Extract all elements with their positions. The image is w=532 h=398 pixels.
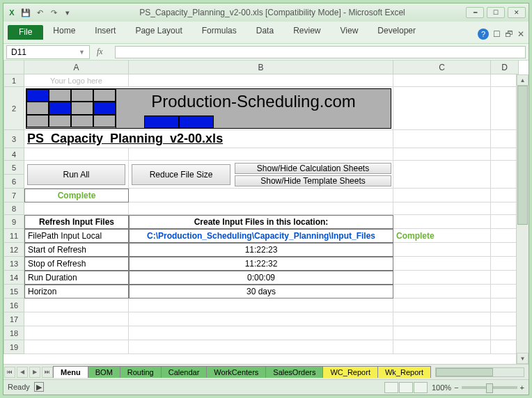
sheet-tab-menu[interactable]: Menu — [53, 366, 88, 378]
row-header[interactable]: 14 — [3, 271, 24, 285]
run-all-button[interactable]: Run All — [27, 164, 125, 185]
reduce-file-size-button[interactable]: Reduce File Size — [132, 164, 230, 185]
fx-icon[interactable]: fx — [97, 47, 108, 57]
page-layout-view-button[interactable] — [399, 382, 413, 393]
row-header[interactable]: 18 — [3, 326, 24, 340]
complete-status-2: Complete — [396, 231, 435, 241]
scroll-down-icon[interactable]: ▼ — [517, 353, 529, 364]
tab-page-layout[interactable]: Page Layout — [130, 23, 187, 40]
tab-nav-first-icon[interactable]: ⏮ — [4, 367, 15, 378]
horizon-value[interactable]: 30 days — [129, 285, 393, 298]
horizontal-scrollbar[interactable] — [435, 367, 524, 377]
redo-icon[interactable]: ↷ — [48, 7, 59, 18]
tab-nav-prev-icon[interactable]: ◀ — [17, 367, 28, 378]
formula-bar: D11 ▼ fx — [3, 44, 529, 61]
tab-nav-last-icon[interactable]: ⏭ — [42, 367, 53, 378]
row-header[interactable]: 12 — [3, 243, 24, 257]
col-header-b[interactable]: B — [129, 61, 393, 74]
stop-refresh-value[interactable]: 11:22:32 — [129, 257, 393, 271]
row-header[interactable]: 15 — [3, 285, 24, 298]
title-bar: X 💾 ↶ ↷ ▾ PS_Capacity_Planning_v2-00.xls… — [3, 3, 529, 22]
tab-developer[interactable]: Developer — [372, 23, 421, 40]
start-refresh-value[interactable]: 11:22:23 — [129, 243, 393, 257]
workbook-close-icon[interactable]: ✕ — [517, 29, 524, 39]
col-header-c[interactable]: C — [393, 61, 491, 74]
vertical-scrollbar[interactable]: ▲ ▼ — [516, 74, 529, 364]
sheet-tab-bom[interactable]: BOM — [88, 366, 120, 378]
zoom-in-icon[interactable]: + — [520, 383, 524, 392]
workbook-restore-icon[interactable]: 🗗 — [505, 29, 513, 39]
col-header-d[interactable]: D — [491, 61, 519, 74]
zoom-control: 100% − + — [432, 383, 524, 392]
run-duration-value[interactable]: 0:00:09 — [129, 271, 393, 285]
tab-review[interactable]: Review — [288, 23, 326, 40]
row-header[interactable]: 6 — [3, 175, 24, 189]
tab-data[interactable]: Data — [251, 23, 279, 40]
help-icon[interactable]: ? — [478, 29, 489, 40]
tab-insert[interactable]: Insert — [89, 23, 121, 40]
file-tab[interactable]: File — [8, 25, 43, 40]
row-header[interactable]: 4 — [3, 148, 24, 161]
zoom-out-icon[interactable]: − — [454, 383, 458, 392]
macro-record-icon[interactable]: ▶ — [34, 382, 44, 392]
row-header[interactable]: 19 — [3, 340, 24, 354]
horizon-label[interactable]: Horizon — [24, 285, 129, 298]
undo-icon[interactable]: ↶ — [34, 7, 45, 18]
zoom-slider[interactable] — [462, 386, 517, 389]
status-bar: Ready ▶ 100% − + — [3, 379, 529, 395]
save-icon[interactable]: 💾 — [20, 7, 31, 18]
refresh-input-files-header[interactable]: Refresh Input Files — [24, 215, 129, 229]
create-input-files-header[interactable]: Create Input Files in this location: — [129, 215, 393, 229]
ribbon-tabs: File Home Insert Page Layout Formulas Da… — [3, 22, 529, 40]
maximize-button[interactable]: ☐ — [487, 7, 505, 18]
row-header[interactable]: 1 — [3, 74, 24, 87]
start-refresh-label[interactable]: Start of Refresh — [24, 243, 129, 257]
sheet-tab-wk-report[interactable]: Wk_Report — [377, 366, 431, 378]
row-header[interactable]: 3 — [3, 130, 24, 148]
run-duration-label[interactable]: Run Duration — [24, 271, 129, 285]
show-hide-calc-sheets-button[interactable]: Show/Hide Calculation Sheets — [235, 163, 391, 174]
show-hide-template-sheets-button[interactable]: Show/Hide Template Sheets — [235, 175, 391, 186]
row-header[interactable]: 13 — [3, 257, 24, 271]
close-button[interactable]: ✕ — [508, 7, 526, 18]
row-header[interactable]: 11 — [3, 229, 24, 243]
worksheet: A B C D 1 Your Logo here 2 — [3, 61, 529, 364]
banner-cell[interactable]: Production-Scheduling.com — [24, 87, 393, 130]
sheet-tab-calendar[interactable]: Calendar — [161, 366, 208, 378]
col-header-a[interactable]: A — [24, 61, 129, 74]
row-header[interactable]: 16 — [3, 298, 24, 312]
sheet-tab-salesorders[interactable]: SalesOrders — [265, 366, 323, 378]
normal-view-button[interactable] — [384, 382, 398, 393]
name-box-dropdown-icon[interactable]: ▼ — [79, 49, 85, 56]
cell-logo-hint[interactable]: Your Logo here — [24, 74, 129, 87]
qat-more-icon[interactable]: ▾ — [62, 7, 73, 18]
tab-nav-next-icon[interactable]: ▶ — [29, 367, 40, 378]
tab-view[interactable]: View — [335, 23, 364, 40]
stop-refresh-label[interactable]: Stop of Refresh — [24, 257, 129, 271]
horizontal-scroll-thumb[interactable] — [436, 368, 493, 376]
sheet-tabs-bar: ⏮ ◀ ▶ ⏭ Menu BOM Routing Calendar WorkCe… — [3, 364, 529, 379]
vertical-scroll-thumb[interactable] — [517, 86, 528, 225]
row-header[interactable]: 17 — [3, 312, 24, 326]
sheet-tab-routing[interactable]: Routing — [120, 366, 162, 378]
formula-input[interactable] — [115, 46, 526, 58]
minimize-button[interactable]: ━ — [466, 7, 484, 18]
zoom-level[interactable]: 100% — [432, 383, 451, 392]
row-header[interactable]: 7 — [3, 189, 24, 202]
row-header[interactable]: 8 — [3, 202, 24, 215]
filepath-label[interactable]: FilePath Input Local — [24, 229, 129, 243]
sheet-tab-wc-report[interactable]: WC_Report — [322, 366, 377, 378]
filepath-value: C:\Production_Scheduling\Capacity_Planni… — [147, 231, 375, 241]
ribbon-minimize-icon[interactable]: ☐ — [493, 29, 501, 39]
select-all-corner[interactable] — [3, 61, 24, 74]
name-box[interactable]: D11 ▼ — [6, 45, 90, 59]
tab-home[interactable]: Home — [47, 23, 81, 40]
tab-formulas[interactable]: Formulas — [196, 23, 242, 40]
row-header[interactable]: 9 — [3, 215, 24, 229]
sheet-tab-workcenters[interactable]: WorkCenters — [206, 366, 266, 378]
scroll-up-icon[interactable]: ▲ — [517, 74, 529, 86]
row-header[interactable]: 5 — [3, 161, 24, 175]
row-header[interactable]: 2 — [3, 87, 24, 130]
excel-icon: X — [6, 7, 17, 18]
page-break-view-button[interactable] — [414, 382, 428, 393]
